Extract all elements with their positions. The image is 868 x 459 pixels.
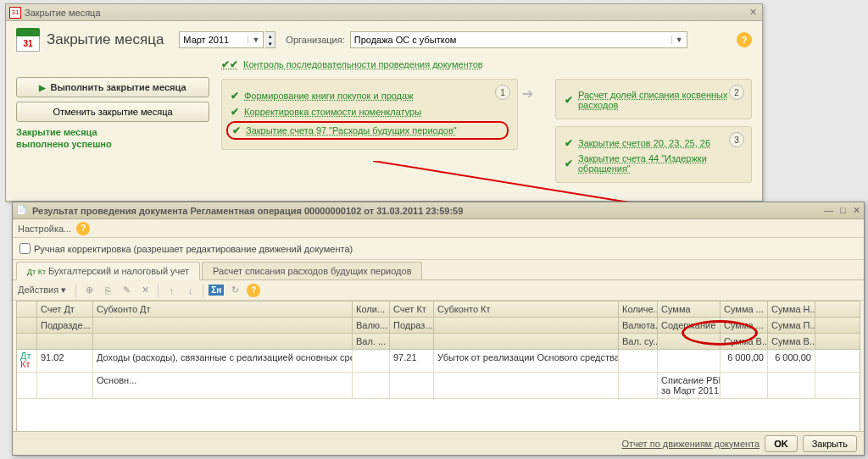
month-close-window: 31 Закрытие месяца ✕ 31 Закрытие месяца …	[5, 3, 763, 202]
actions-menu[interactable]: Действия ▾	[18, 285, 66, 296]
page-title: Закрытие месяца	[47, 31, 164, 48]
titlebar-2[interactable]: 📄 Результат проведения документа Регламе…	[13, 202, 864, 219]
organization-select[interactable]: Продажа ОС с убытком▼	[350, 31, 687, 48]
window-title: Закрытие месяца	[25, 8, 101, 18]
manual-correction-checkbox[interactable]: Ручная корректировка (разрешает редактир…	[19, 243, 857, 254]
run-close-button[interactable]: ▶Выполнить закрытие месяца	[16, 77, 209, 97]
document-icon: 📄	[16, 205, 28, 217]
org-label: Организация:	[286, 35, 344, 45]
op-close-97[interactable]: Закрытие счета 97 "Расходы будущих перио…	[246, 125, 457, 135]
window-title-2: Результат проведения документа Регламент…	[32, 206, 463, 216]
tab-rbp-calc[interactable]: Расчет списания расходов будущих периодо…	[202, 262, 422, 279]
manual-correction-row: Ручная корректировка (разрешает редактир…	[13, 238, 864, 260]
minimize-icon[interactable]: —	[824, 205, 833, 216]
period-spinner[interactable]: ▲▼	[265, 31, 275, 48]
settings-link[interactable]: Настройка...	[18, 224, 71, 234]
col-sum2[interactable]: Сумма ...	[721, 301, 768, 317]
help-icon[interactable]: ?	[737, 32, 752, 47]
close-icon-2[interactable]: ✕	[853, 205, 860, 216]
move-down-icon[interactable]: ↓	[181, 283, 198, 298]
entries-grid: Счет Дт Субконто Дт Коли... Счет Кт Субк…	[16, 301, 860, 434]
add-icon[interactable]: ⊕	[81, 283, 97, 298]
step-badge-2: 2	[729, 85, 744, 100]
col-acct-kt[interactable]: Счет Кт	[390, 301, 434, 317]
cancel-close-button[interactable]: Отменить закрытие месяца	[16, 102, 209, 122]
op-cost-correction[interactable]: Корректировка стоимости номенклатуры	[244, 107, 421, 117]
help-icon-2[interactable]: ?	[76, 222, 90, 235]
col-qty-kt[interactable]: Количе...	[619, 301, 658, 317]
sum-icon[interactable]: Σн	[208, 283, 225, 298]
col-sum-n[interactable]: Сумма Н...	[768, 301, 815, 317]
ok-button[interactable]: OK	[765, 435, 798, 452]
col-acct-dt[interactable]: Счет Дт	[37, 301, 93, 317]
titlebar[interactable]: 31 Закрытие месяца ✕	[6, 4, 762, 21]
maximize-icon[interactable]: □	[840, 205, 846, 216]
operations-block-1: 1 ✔Формирование книги покупок и продаж ✔…	[221, 79, 518, 150]
copy-icon[interactable]: ⎘	[99, 283, 116, 298]
help-icon-3[interactable]: ?	[247, 284, 260, 297]
operations-block-2: 2 ✔Расчет долей списания косвенных расхо…	[555, 79, 752, 119]
op-indirect-calc[interactable]: Расчет долей списания косвенных расходов	[578, 90, 743, 110]
movements-report-link[interactable]: Отчет по движениям документа	[622, 439, 760, 449]
move-up-icon[interactable]: ↑	[163, 283, 180, 298]
status-message: Закрытие месяцавыполнено успешно	[16, 126, 209, 150]
table-row[interactable]: Основн... Списание РБПза Март 2011 г.	[17, 373, 860, 399]
refresh-icon[interactable]: ↻	[226, 283, 243, 298]
grid-toolbar: Действия ▾ ⊕ ⎘ ✎ ✕ ↑ ↓ Σн ↻ ?	[13, 280, 864, 301]
control-sequence-link[interactable]: ✔✔ Контроль последовательности проведени…	[221, 58, 483, 70]
operations-block-3: 3 ✔Закрытие счетов 20, 23, 25, 26 ✔Закры…	[555, 126, 752, 183]
window-footer: Отчет по движениям документа OK Закрыть	[13, 431, 864, 455]
period-select[interactable]: Март 2011▼	[179, 31, 264, 48]
arrow-right-icon: ➔	[518, 86, 537, 102]
col-qty-dt[interactable]: Коли...	[353, 301, 390, 317]
step-badge-3: 3	[729, 132, 744, 147]
document-result-window: 📄 Результат проведения документа Регламе…	[12, 202, 865, 456]
tab-accounting[interactable]: Дт КтБухгалтерский и налоговый учет	[16, 262, 200, 280]
step-badge-1: 1	[495, 85, 510, 100]
op-close-20-26[interactable]: Закрытие счетов 20, 23, 25, 26	[578, 138, 710, 148]
col-subconto-kt[interactable]: Субконто Кт	[434, 301, 619, 317]
close-icon[interactable]: ✕	[747, 7, 759, 19]
op-close-44[interactable]: Закрытие счета 44 "Издержки обращения"	[578, 153, 743, 174]
toolbar-settings: Настройка... ?	[13, 219, 864, 238]
edit-icon[interactable]: ✎	[118, 283, 135, 298]
table-row[interactable]: ДтКт 91.02 Доходы (расходы), связанные с…	[17, 350, 860, 373]
op-purchase-book[interactable]: Формирование книги покупок и продаж	[244, 91, 414, 101]
window-icon: 31	[9, 7, 21, 19]
delete-icon[interactable]: ✕	[136, 283, 153, 298]
close-button[interactable]: Закрыть	[803, 435, 857, 452]
check-icon: ✔✔	[221, 58, 238, 70]
entry-icon: ДтКт	[17, 350, 37, 372]
calendar-icon: 31	[16, 28, 40, 52]
col-sum[interactable]: Сумма	[658, 301, 721, 317]
col-subconto-dt[interactable]: Субконто Дт	[93, 301, 353, 317]
